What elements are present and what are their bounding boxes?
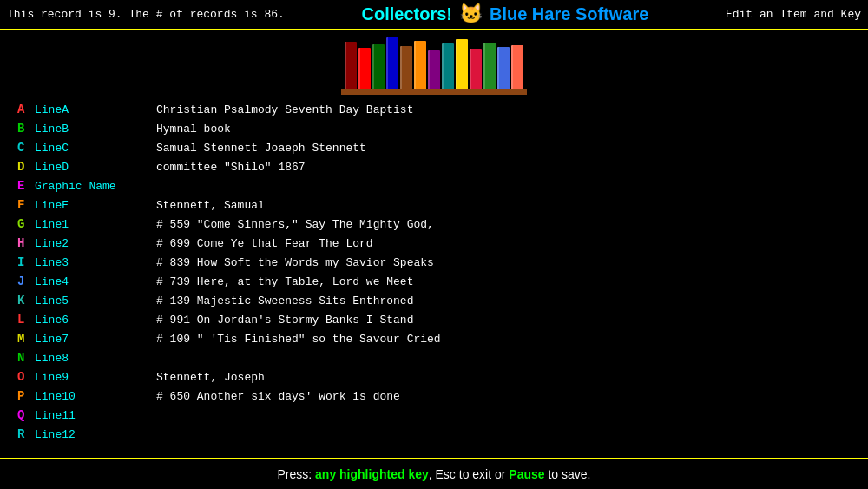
book-3	[386, 37, 398, 89]
table-row[interactable]: QLine11	[17, 407, 868, 426]
table-row[interactable]: NLine8	[17, 350, 868, 369]
bookshelf-area	[0, 30, 868, 98]
row-key-p[interactable]: P	[17, 389, 35, 403]
row-label-j: Line4	[35, 275, 156, 288]
row-label-l: Line6	[35, 314, 156, 327]
row-value-j: # 739 Here, at thy Table, Lord we Meet	[156, 275, 413, 288]
bottom-highlight1: any highlighted key	[315, 467, 429, 481]
row-label-c: LineC	[35, 142, 156, 155]
row-value-k: # 139 Majestic Sweeness Sits Enthroned	[156, 294, 413, 307]
table-row[interactable]: OLine9Stennett, Joseph	[17, 369, 868, 388]
row-label-d: LineD	[35, 161, 156, 174]
row-key-g[interactable]: G	[17, 217, 35, 231]
row-label-b: LineB	[35, 122, 156, 135]
row-label-k: Line5	[35, 294, 156, 307]
book-10	[483, 43, 496, 89]
row-label-a: LineA	[35, 103, 156, 116]
row-label-g: Line1	[35, 218, 156, 231]
bottom-prefix: Press:	[277, 467, 315, 481]
mode-label: Edit an Item and Key	[726, 8, 861, 21]
table-row[interactable]: RLine12	[17, 426, 868, 446]
book-0	[345, 42, 357, 89]
row-label-e: Graphic Name	[35, 180, 156, 193]
book-5	[414, 41, 426, 89]
book-2	[372, 44, 385, 89]
row-value-b: Hymnal book	[156, 122, 231, 135]
row-key-a[interactable]: A	[17, 102, 35, 116]
row-value-m: # 109 " 'Tis Finished" so the Savour Cri…	[156, 333, 441, 346]
top-bar: This record is 9. The # of records is 86…	[0, 0, 868, 30]
book-6	[428, 50, 440, 89]
row-label-i: Line3	[35, 256, 156, 269]
row-value-c: Samual Stennett Joaeph Stennett	[156, 142, 366, 155]
row-key-e[interactable]: E	[17, 179, 35, 193]
row-key-r[interactable]: R	[17, 427, 35, 441]
book-7	[442, 43, 454, 89]
row-label-r: Line12	[35, 428, 156, 441]
book-12	[511, 45, 523, 89]
row-key-i[interactable]: I	[17, 255, 35, 269]
row-label-q: Line11	[35, 409, 156, 422]
row-label-h: Line2	[35, 237, 156, 250]
row-key-d[interactable]: D	[17, 160, 35, 174]
book-4	[400, 46, 412, 89]
row-value-a: Christian Psalmody Seventh Day Baptist	[156, 103, 413, 116]
book-8	[456, 39, 468, 89]
table-row[interactable]: FLineEStennett, Samual	[17, 197, 868, 216]
row-key-m[interactable]: M	[17, 332, 35, 346]
row-value-i: # 839 How Soft the Words my Savior Speak…	[156, 256, 434, 269]
row-value-d: committee "Shilo" 1867	[156, 161, 306, 174]
row-key-n[interactable]: N	[17, 351, 35, 365]
bottom-status-text: Press: any highlighted key, Esc to exit …	[277, 467, 590, 481]
row-key-k[interactable]: K	[17, 294, 35, 307]
bottom-suffix: to save.	[545, 467, 591, 481]
cat-icon: 🐱	[459, 3, 483, 26]
row-value-g: # 559 "Come Sinners," Say The Mighty God…	[156, 218, 434, 231]
book-11	[497, 47, 510, 89]
app-branding: Collectors! 🐱 Blue Hare Software	[361, 3, 648, 26]
app-title: Collectors!	[361, 4, 451, 24]
table-row[interactable]: MLine7# 109 " 'Tis Finished" so the Savo…	[17, 331, 868, 350]
row-label-p: Line10	[35, 390, 156, 403]
bottom-bar: Press: any highlighted key, Esc to exit …	[0, 458, 868, 489]
row-key-o[interactable]: O	[17, 370, 35, 384]
row-key-j[interactable]: J	[17, 274, 35, 288]
table-row[interactable]: ILine3# 839 How Soft the Words my Savior…	[17, 254, 868, 274]
table-row[interactable]: HLine2# 699 Come Ye that Fear The Lord	[17, 235, 868, 254]
row-key-b[interactable]: B	[17, 122, 35, 135]
row-key-c[interactable]: C	[17, 141, 35, 155]
row-value-p: # 650 Another six days' work is done	[156, 390, 400, 403]
table-row[interactable]: BLineBHymnal book	[17, 121, 868, 140]
row-value-o: Stennett, Joseph	[156, 371, 265, 384]
book-1	[358, 48, 371, 89]
row-value-l: # 991 On Jordan's Stormy Banks I Stand	[156, 314, 413, 327]
bottom-separator1: , Esc to exit or	[429, 467, 510, 481]
record-info: This record is 9. The # of records is 86…	[7, 8, 285, 21]
row-label-f: LineE	[35, 199, 156, 212]
main-content: ALineAChristian Psalmody Seventh Day Bap…	[0, 98, 868, 458]
row-key-f[interactable]: F	[17, 198, 35, 212]
table-row[interactable]: EGraphic Name	[17, 178, 868, 197]
row-key-l[interactable]: L	[17, 313, 35, 327]
row-label-o: Line9	[35, 371, 156, 384]
table-row[interactable]: GLine1# 559 "Come Sinners," Say The Migh…	[17, 216, 868, 235]
app-subtitle: Blue Hare Software	[490, 4, 648, 24]
row-value-h: # 699 Come Ye that Fear The Lord	[156, 237, 373, 250]
row-key-q[interactable]: Q	[17, 408, 35, 422]
table-row[interactable]: ALineAChristian Psalmody Seventh Day Bap…	[17, 102, 868, 121]
row-label-m: Line7	[35, 333, 156, 346]
table-row[interactable]: PLine10# 650 Another six days' work is d…	[17, 388, 868, 407]
row-label-n: Line8	[35, 352, 156, 365]
row-key-h[interactable]: H	[17, 236, 35, 250]
book-9	[470, 49, 482, 89]
table-row[interactable]: KLine5# 139 Majestic Sweeness Sits Enthr…	[17, 293, 868, 312]
table-row[interactable]: LLine6# 991 On Jordan's Stormy Banks I S…	[17, 312, 868, 331]
bookshelf	[341, 37, 527, 95]
table-row[interactable]: DLineDcommittee "Shilo" 1867	[17, 159, 868, 178]
table-row[interactable]: CLineCSamual Stennett Joaeph Stennett	[17, 140, 868, 159]
bottom-highlight2: Pause	[509, 467, 544, 481]
table-row[interactable]: JLine4# 739 Here, at thy Table, Lord we …	[17, 274, 868, 293]
row-value-f: Stennett, Samual	[156, 199, 265, 212]
